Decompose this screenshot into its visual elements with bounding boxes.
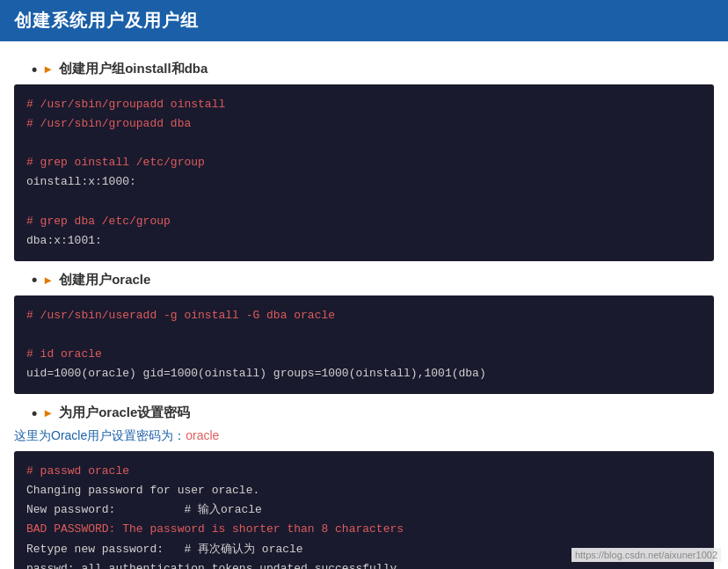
cmd-output: uid=1000(oracle) gid=1000(oinstall) grou… <box>26 367 486 380</box>
cmd-line: # grep oinstall /etc/group <box>26 156 205 169</box>
watermark-text: https://blog.csdn.net/aixuner1002 <box>575 550 717 560</box>
arrow-icon: ► <box>42 406 54 419</box>
arrow-icon: ► <box>42 62 54 76</box>
cmd-output: oinstall:x:1000: <box>26 175 136 188</box>
cmd-output-warn: BAD PASSWORD: The password is shorter th… <box>26 522 404 536</box>
note-highlight: oracle <box>186 428 219 442</box>
note-text: 这里为Oracle用户设置密码为：oracle <box>14 428 714 444</box>
cmd-line: # grep dba /etc/group <box>26 215 171 228</box>
watermark: https://blog.csdn.net/aixuner1002 <box>571 548 721 562</box>
section2-label: 创建用户oracle <box>59 272 150 288</box>
section1-label: 创建用户组oinstall和dba <box>59 61 207 77</box>
cmd-output: passwd: all authentication tokens update… <box>26 562 404 569</box>
cmd-line: # /usr/sbin/groupadd dba <box>26 117 191 130</box>
section1-code: # /usr/sbin/groupadd oinstall # /usr/sbi… <box>14 84 714 261</box>
cmd-output: New password: # 输入oracle <box>26 503 262 516</box>
cmd-line: # /usr/sbin/groupadd oinstall <box>26 98 225 111</box>
arrow-icon: ► <box>42 274 54 287</box>
main-content: • ► 创建用户组oinstall和dba # /usr/sbin/groupa… <box>0 41 728 569</box>
cmd-line: # /usr/sbin/useradd -g oinstall -G dba o… <box>26 309 335 322</box>
page-header: 创建系统用户及用户组 <box>0 0 728 41</box>
header-title: 创建系统用户及用户组 <box>14 11 199 30</box>
bullet-icon: • <box>32 405 37 421</box>
bullet-icon: • <box>32 62 37 77</box>
section3-label: 为用户oracle设置密码 <box>59 405 190 421</box>
cmd-line: # passwd oracle <box>26 464 129 478</box>
cmd-output: Retype new password: # 再次确认为 oracle <box>26 543 303 556</box>
cmd-line: # id oracle <box>26 347 102 361</box>
cmd-output: dba:x:1001: <box>26 234 102 247</box>
section2-code: # /usr/sbin/useradd -g oinstall -G dba o… <box>14 295 714 394</box>
section2-heading: • ► 创建用户oracle <box>32 272 714 288</box>
section3-heading: • ► 为用户oracle设置密码 <box>32 405 714 421</box>
note-prefix: 这里为Oracle用户设置密码为： <box>14 428 186 442</box>
section1-heading: • ► 创建用户组oinstall和dba <box>32 61 714 77</box>
cmd-output: Changing password for user oracle. <box>26 484 259 497</box>
bullet-icon: • <box>32 272 37 288</box>
